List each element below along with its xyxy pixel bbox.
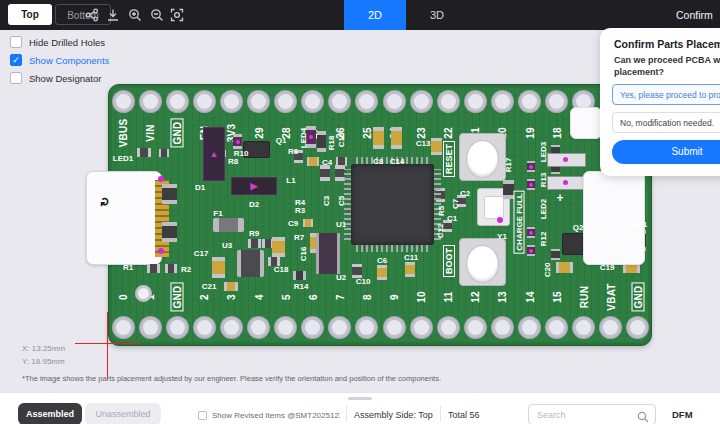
pin-hole	[167, 317, 188, 338]
designator-label: LED3	[539, 142, 548, 162]
component-dark	[162, 184, 177, 204]
designator-label: Q2	[573, 223, 584, 232]
confirm-link[interactable]: Confirm	[676, 0, 713, 30]
search-box	[528, 404, 656, 424]
component-fuse	[213, 218, 244, 232]
designator-label: C2	[460, 189, 470, 198]
component-resistor	[165, 264, 177, 273]
tab-2d[interactable]: 2D	[344, 0, 406, 30]
pin-hole	[438, 91, 459, 112]
side-bottom-button[interactable]: Bottom	[55, 4, 111, 25]
component-mcu	[351, 164, 434, 245]
side-top-button[interactable]: Top	[8, 4, 52, 25]
pin-label: 5	[280, 294, 291, 300]
designator-label: C18	[274, 265, 289, 274]
view-option-show-components[interactable]: ✓Show Components	[10, 51, 109, 69]
view-option-label: Show Designator	[29, 73, 101, 84]
designator-label: C4	[322, 158, 332, 167]
pin-hole	[113, 91, 134, 112]
designator-label: +	[556, 191, 563, 205]
component-usb-body	[86, 171, 162, 265]
assembly-side-label: Assembly Side: Top	[354, 410, 433, 420]
designator-label: U3	[222, 241, 232, 250]
share-icon[interactable]	[85, 8, 99, 22]
pin-hole	[194, 91, 215, 112]
component-resistor	[248, 239, 261, 248]
component-resistor	[147, 264, 160, 273]
zoom-out-icon[interactable]	[150, 8, 164, 22]
option-modification-needed[interactable]: No, modification needed.	[612, 112, 720, 133]
total-count-label: Total 56	[448, 410, 480, 420]
pin-hole	[573, 317, 594, 338]
pin-hole	[627, 317, 648, 338]
checkbox-checked-icon[interactable]: ✓	[10, 54, 22, 66]
pin-label: 14	[524, 291, 535, 303]
designator-label: C19	[600, 263, 615, 272]
show-revised-checkbox[interactable]	[198, 411, 207, 420]
component-led	[527, 245, 535, 256]
designator-label: C11	[404, 253, 418, 262]
pin-hole	[140, 91, 161, 112]
pin-hole	[329, 317, 350, 338]
designator-label: R3	[295, 206, 305, 215]
search-icon[interactable]	[637, 409, 649, 421]
download-icon[interactable]	[106, 8, 120, 22]
component-capacitor	[405, 262, 415, 277]
designator-label: U4	[595, 220, 605, 229]
view-option-show-designator[interactable]: Show Designator	[10, 69, 109, 87]
component-capacitor	[307, 157, 319, 166]
component-capacitor	[556, 262, 573, 273]
pin-label: 18	[551, 127, 562, 139]
designator-label: CHARGE FULL	[514, 190, 525, 253]
tab-unassembled[interactable]: Unassembled	[85, 403, 161, 424]
component-bat-tab	[570, 107, 602, 139]
pin-label: GND	[631, 283, 644, 312]
designator-label: LED2	[539, 199, 548, 219]
submit-button[interactable]: Submit	[612, 140, 720, 164]
designator-label: C6	[377, 256, 387, 265]
pin-label: 13	[497, 291, 508, 303]
tab-3d[interactable]: 3D	[406, 0, 468, 30]
pin-hole	[248, 317, 269, 338]
checkbox-unchecked-icon[interactable]	[10, 36, 22, 48]
component-btn-cap	[466, 245, 499, 283]
pin-hole	[411, 317, 432, 338]
pin-label: 10	[416, 291, 427, 303]
pin-label: 23	[416, 127, 427, 139]
drag-handle[interactable]	[348, 397, 372, 400]
component-capacitor	[224, 282, 238, 291]
component-pins-h	[356, 245, 429, 252]
component-dotm	[497, 217, 503, 223]
view-option-label: Hide Drilled Holes	[29, 37, 105, 48]
zoom-in-icon[interactable]	[128, 8, 142, 22]
view-option-hide-drilled-holes[interactable]: Hide Drilled Holes	[10, 33, 109, 51]
top-toolbar: Top Bottom 2D 3D Confirm	[0, 0, 720, 30]
dfm-link[interactable]: DFM	[672, 409, 693, 420]
search-input[interactable]	[530, 406, 641, 423]
pin-label: 29	[253, 127, 264, 139]
component-dotm	[563, 180, 568, 185]
designator-label: U2	[336, 273, 346, 282]
pin-label: 25	[361, 127, 372, 139]
designator-label: D2	[249, 200, 259, 209]
pin-label: 2	[199, 294, 210, 300]
fit-view-icon[interactable]	[170, 8, 184, 22]
pin-hole	[519, 317, 540, 338]
pin-hole	[546, 317, 567, 338]
component-dark	[162, 222, 177, 242]
pin-hole	[600, 317, 621, 338]
checkbox-unchecked-icon[interactable]	[10, 72, 22, 84]
component-diode: ▶	[231, 177, 277, 195]
pin-label: 9	[389, 294, 400, 300]
designator-label: C20	[543, 263, 552, 278]
divider	[440, 406, 441, 422]
pin-label: 0	[118, 294, 129, 300]
pin-hole	[356, 317, 377, 338]
panel-question: Can we proceed PCBA with the placement?	[614, 54, 720, 78]
option-proceed-production[interactable]: Yes, please proceed to production.	[612, 84, 720, 105]
component-dark	[293, 271, 306, 280]
designator-label: C16	[299, 247, 308, 262]
designator-label: C8	[373, 157, 383, 166]
pin-label: 4	[253, 294, 264, 300]
tab-assembled[interactable]: Assembled	[18, 403, 82, 424]
